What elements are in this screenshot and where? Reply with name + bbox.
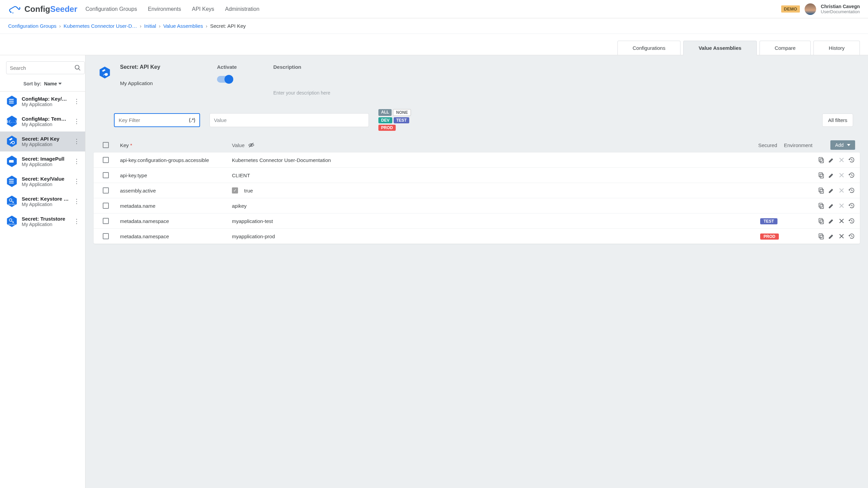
- search-input[interactable]: [10, 65, 74, 71]
- kebab-icon[interactable]: ⋮: [72, 158, 81, 165]
- all-filters-button[interactable]: All filters: [822, 114, 853, 127]
- col-secured: Secured: [747, 142, 777, 148]
- user-name: Christian Cavegn: [821, 4, 860, 9]
- crumb-current: Secret: API Key: [210, 23, 246, 29]
- sidebar-item-title: ConfigMap: Key/Va…: [22, 96, 69, 102]
- avatar[interactable]: [805, 3, 816, 15]
- sidebar-item[interactable]: PKCS12 Secret: Keystore wi… My Applicati…: [0, 191, 85, 211]
- tab-history[interactable]: History: [813, 41, 860, 55]
- history-icon[interactable]: [848, 172, 855, 179]
- key-filter-input[interactable]: [119, 117, 189, 123]
- secret-key-icon: [98, 66, 111, 79]
- search-icon: [74, 64, 81, 71]
- history-icon[interactable]: [848, 218, 855, 224]
- edit-icon[interactable]: [828, 187, 835, 194]
- history-icon[interactable]: [848, 187, 855, 194]
- sidebar-item[interactable]: ${..} ConfigMap: Templ… My Application ⋮: [0, 111, 85, 131]
- kebab-icon[interactable]: ⋮: [72, 198, 81, 205]
- copy-icon[interactable]: [818, 187, 825, 194]
- history-icon[interactable]: [848, 157, 855, 163]
- delete-icon[interactable]: [838, 233, 845, 240]
- sidebar-item[interactable]: Secret: API Key My Application ⋮: [0, 131, 85, 151]
- edit-icon[interactable]: [828, 157, 835, 163]
- row-value: Kubernetes Connector User-Documentation: [232, 157, 723, 163]
- eye-off-icon[interactable]: [248, 142, 255, 148]
- sidebar-item[interactable]: Secret: Key/Value My Application ⋮: [0, 171, 85, 191]
- crumb-1[interactable]: Kubernetes Connector User-D…: [64, 23, 137, 29]
- row-checkbox[interactable]: [103, 157, 109, 163]
- svg-rect-43: [819, 203, 822, 207]
- kebab-icon[interactable]: ⋮: [72, 98, 81, 105]
- sidebar-item[interactable]: ConfigMap: Key/Va… My Application ⋮: [0, 92, 85, 111]
- sidebar-item-sub: My Application: [22, 162, 69, 167]
- edit-icon[interactable]: [828, 202, 835, 209]
- nav-configuration-groups[interactable]: Configuration Groups: [85, 6, 137, 12]
- crumb-3[interactable]: Value Assemblies: [163, 23, 203, 29]
- sidebar-item-title: ConfigMap: Templ…: [22, 116, 69, 122]
- sidebar: + Sort by: Name ConfigMap: Key/Va… My Ap…: [0, 55, 85, 488]
- row-checkbox[interactable]: [103, 187, 109, 194]
- history-icon[interactable]: [848, 202, 855, 209]
- search-box[interactable]: [6, 61, 85, 74]
- crumb-2[interactable]: Initial: [144, 23, 156, 29]
- kebab-icon[interactable]: ⋮: [72, 118, 81, 125]
- table-row: api-key.configuration-groups.accessible …: [94, 152, 860, 168]
- kebab-icon[interactable]: ⋮: [72, 138, 81, 145]
- svg-rect-42: [820, 205, 824, 209]
- logo-icon: [8, 4, 22, 14]
- row-checkbox[interactable]: [103, 233, 109, 239]
- user-org: UserDocumentation: [821, 9, 860, 14]
- row-checkbox[interactable]: [103, 203, 109, 209]
- row-checkbox[interactable]: [103, 218, 109, 224]
- row-value: myapplication-prod: [232, 233, 723, 239]
- key-filter[interactable]: (.*): [114, 113, 200, 127]
- sort-dropdown[interactable]: Name: [44, 81, 62, 86]
- sidebar-item-sub: My Application: [22, 102, 69, 107]
- kebab-icon[interactable]: ⋮: [72, 178, 81, 185]
- breadcrumb: Configuration Groups › Kubernetes Connec…: [0, 18, 868, 34]
- copy-icon[interactable]: [818, 218, 825, 224]
- tab-compare[interactable]: Compare: [760, 41, 811, 55]
- delete-icon[interactable]: [838, 218, 845, 224]
- logo[interactable]: ConfigSeeder: [8, 4, 77, 14]
- activate-toggle[interactable]: [217, 76, 232, 83]
- edit-icon[interactable]: [828, 218, 835, 224]
- edit-icon[interactable]: [828, 172, 835, 179]
- row-value: CLIENT: [232, 172, 723, 178]
- add-button[interactable]: Add: [830, 140, 855, 150]
- copy-icon[interactable]: [818, 202, 825, 209]
- crumb-0[interactable]: Configuration Groups: [8, 23, 57, 29]
- nav-api-keys[interactable]: API Keys: [192, 6, 214, 12]
- copy-icon[interactable]: [818, 233, 825, 240]
- description-input[interactable]: Enter your description here: [273, 76, 860, 96]
- logo-text-seeder: Seeder: [50, 4, 77, 14]
- sidebar-item-title: Secret: Key/Value: [22, 176, 69, 182]
- edit-icon[interactable]: [828, 233, 835, 240]
- env-pill-all[interactable]: ALL: [378, 109, 392, 116]
- tabs: Configurations Value Assemblies Compare …: [0, 34, 868, 55]
- history-icon[interactable]: [848, 233, 855, 240]
- sidebar-item[interactable]: PKCS12 Secret: Truststore My Application…: [0, 211, 85, 231]
- env-pill-dev[interactable]: DEV: [378, 117, 392, 123]
- svg-rect-6: [9, 101, 14, 101]
- copy-icon[interactable]: [818, 157, 825, 163]
- sidebar-item-title: Secret: API Key: [22, 136, 69, 142]
- select-all-checkbox[interactable]: [103, 142, 109, 148]
- kebab-icon[interactable]: ⋮: [72, 218, 81, 225]
- row-checkbox[interactable]: [103, 172, 109, 178]
- copy-icon[interactable]: [818, 172, 825, 179]
- nav-environments[interactable]: Environments: [148, 6, 181, 12]
- nav-administration[interactable]: Administration: [225, 6, 259, 12]
- sidebar-item[interactable]: Secret: ImagePull My Application ⋮: [0, 151, 85, 171]
- value-filter[interactable]: Value: [210, 113, 369, 127]
- row-value: ✓true: [232, 187, 723, 194]
- env-pill-test[interactable]: TEST: [394, 117, 410, 123]
- row-key: api-key.type: [113, 172, 232, 178]
- env-badge: TEST: [760, 218, 777, 224]
- tab-configurations[interactable]: Configurations: [617, 41, 681, 55]
- env-pill-none[interactable]: NONE: [393, 109, 411, 116]
- tab-value-assemblies[interactable]: Value Assemblies: [683, 41, 756, 55]
- chevron-down-icon: [847, 144, 850, 146]
- demo-badge: DEMO: [781, 5, 800, 13]
- env-pill-prod[interactable]: PROD: [378, 125, 396, 131]
